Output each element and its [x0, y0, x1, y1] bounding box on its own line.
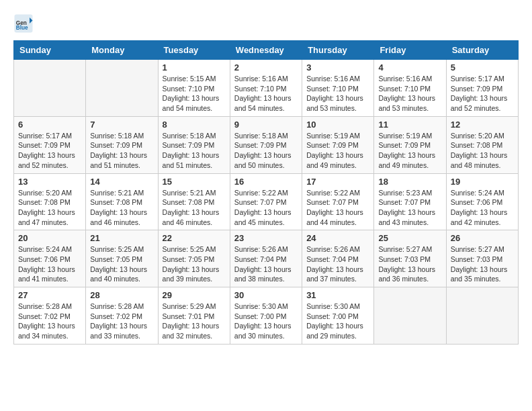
day-info: Sunrise: 5:24 AMSunset: 7:06 PMDaylight:…	[18, 244, 81, 284]
calendar-cell: 2Sunrise: 5:16 AMSunset: 7:10 PMDaylight…	[230, 60, 302, 117]
day-number: 23	[234, 233, 298, 243]
day-number: 9	[234, 120, 298, 130]
calendar-table: Sunday Monday Tuesday Wednesday Thursday…	[13, 40, 519, 345]
calendar-cell: 21Sunrise: 5:25 AMSunset: 7:05 PMDayligh…	[86, 230, 158, 287]
day-info: Sunrise: 5:28 AMSunset: 7:02 PMDaylight:…	[90, 302, 153, 341]
calendar-cell	[374, 287, 446, 345]
calendar-cell: 31Sunrise: 5:30 AMSunset: 7:00 PMDayligh…	[302, 287, 374, 345]
calendar-cell: 13Sunrise: 5:20 AMSunset: 7:08 PMDayligh…	[14, 173, 86, 230]
header-thursday: Thursday	[302, 41, 374, 60]
calendar-cell: 29Sunrise: 5:29 AMSunset: 7:01 PMDayligh…	[158, 287, 230, 345]
calendar-cell: 19Sunrise: 5:24 AMSunset: 7:06 PMDayligh…	[446, 173, 518, 230]
day-info: Sunrise: 5:16 AMSunset: 7:10 PMDaylight:…	[306, 74, 369, 113]
day-info: Sunrise: 5:20 AMSunset: 7:08 PMDaylight:…	[451, 131, 514, 171]
day-number: 29	[163, 290, 226, 300]
day-number: 26	[451, 233, 514, 243]
day-number: 7	[90, 120, 153, 130]
day-number: 10	[306, 120, 369, 130]
day-info: Sunrise: 5:23 AMSunset: 7:07 PMDaylight:…	[378, 188, 441, 228]
day-number: 3	[306, 62, 369, 73]
calendar-cell: 9Sunrise: 5:18 AMSunset: 7:09 PMDaylight…	[230, 116, 302, 173]
calendar-cell: 12Sunrise: 5:20 AMSunset: 7:08 PMDayligh…	[446, 116, 518, 173]
calendar-cell: 7Sunrise: 5:18 AMSunset: 7:09 PMDaylight…	[86, 116, 158, 173]
calendar-cell: 8Sunrise: 5:18 AMSunset: 7:09 PMDaylight…	[158, 116, 230, 173]
day-number: 24	[306, 233, 369, 243]
day-number: 25	[378, 233, 441, 243]
day-info: Sunrise: 5:18 AMSunset: 7:09 PMDaylight:…	[90, 131, 153, 171]
day-info: Sunrise: 5:29 AMSunset: 7:01 PMDaylight:…	[163, 302, 226, 341]
calendar-cell	[14, 60, 86, 117]
day-number: 18	[378, 177, 441, 187]
day-info: Sunrise: 5:28 AMSunset: 7:02 PMDaylight:…	[18, 302, 81, 341]
calendar-cell: 16Sunrise: 5:22 AMSunset: 7:07 PMDayligh…	[230, 173, 302, 230]
day-number: 12	[451, 120, 514, 130]
day-info: Sunrise: 5:30 AMSunset: 7:00 PMDaylight:…	[306, 302, 369, 341]
day-info: Sunrise: 5:27 AMSunset: 7:03 PMDaylight:…	[378, 244, 441, 284]
day-number: 16	[234, 177, 298, 187]
header-sunday: Sunday	[14, 41, 86, 60]
day-number: 5	[451, 62, 514, 73]
day-info: Sunrise: 5:26 AMSunset: 7:04 PMDaylight:…	[234, 244, 298, 284]
calendar-week-2: 13Sunrise: 5:20 AMSunset: 7:08 PMDayligh…	[14, 173, 519, 230]
calendar-cell: 20Sunrise: 5:24 AMSunset: 7:06 PMDayligh…	[14, 230, 86, 287]
calendar-week-3: 20Sunrise: 5:24 AMSunset: 7:06 PMDayligh…	[14, 230, 519, 287]
calendar-cell: 27Sunrise: 5:28 AMSunset: 7:02 PMDayligh…	[14, 287, 86, 345]
day-info: Sunrise: 5:16 AMSunset: 7:10 PMDaylight:…	[234, 74, 298, 113]
calendar-cell: 18Sunrise: 5:23 AMSunset: 7:07 PMDayligh…	[374, 173, 446, 230]
day-number: 14	[90, 177, 153, 187]
day-info: Sunrise: 5:21 AMSunset: 7:08 PMDaylight:…	[163, 188, 226, 228]
day-info: Sunrise: 5:22 AMSunset: 7:07 PMDaylight:…	[306, 188, 369, 228]
calendar-cell: 17Sunrise: 5:22 AMSunset: 7:07 PMDayligh…	[302, 173, 374, 230]
day-number: 19	[451, 177, 514, 187]
day-info: Sunrise: 5:30 AMSunset: 7:00 PMDaylight:…	[234, 302, 298, 341]
day-number: 22	[163, 233, 226, 243]
calendar-cell: 3Sunrise: 5:16 AMSunset: 7:10 PMDaylight…	[302, 60, 374, 117]
calendar-cell: 23Sunrise: 5:26 AMSunset: 7:04 PMDayligh…	[230, 230, 302, 287]
calendar-cell: 22Sunrise: 5:25 AMSunset: 7:05 PMDayligh…	[158, 230, 230, 287]
calendar-cell: 1Sunrise: 5:15 AMSunset: 7:10 PMDaylight…	[158, 60, 230, 117]
calendar-cell: 28Sunrise: 5:28 AMSunset: 7:02 PMDayligh…	[86, 287, 158, 345]
calendar-cell: 6Sunrise: 5:17 AMSunset: 7:09 PMDaylight…	[14, 116, 86, 173]
day-number: 20	[18, 233, 81, 243]
day-number: 31	[306, 290, 369, 300]
calendar-cell	[86, 60, 158, 117]
day-number: 8	[163, 120, 226, 130]
logo: Gen Blue	[13, 13, 35, 34]
calendar-cell: 24Sunrise: 5:26 AMSunset: 7:04 PMDayligh…	[302, 230, 374, 287]
day-info: Sunrise: 5:21 AMSunset: 7:08 PMDaylight:…	[90, 188, 153, 228]
header-wednesday: Wednesday	[230, 41, 302, 60]
calendar-week-4: 27Sunrise: 5:28 AMSunset: 7:02 PMDayligh…	[14, 287, 519, 345]
day-info: Sunrise: 5:19 AMSunset: 7:09 PMDaylight:…	[306, 131, 369, 171]
day-number: 4	[378, 62, 441, 73]
calendar-cell: 11Sunrise: 5:19 AMSunset: 7:09 PMDayligh…	[374, 116, 446, 173]
day-info: Sunrise: 5:24 AMSunset: 7:06 PMDaylight:…	[451, 188, 514, 228]
day-info: Sunrise: 5:20 AMSunset: 7:08 PMDaylight:…	[18, 188, 81, 228]
calendar-week-1: 6Sunrise: 5:17 AMSunset: 7:09 PMDaylight…	[14, 116, 519, 173]
day-number: 21	[90, 233, 153, 243]
day-number: 11	[378, 120, 441, 130]
day-info: Sunrise: 5:18 AMSunset: 7:09 PMDaylight:…	[163, 131, 226, 171]
calendar-cell: 14Sunrise: 5:21 AMSunset: 7:08 PMDayligh…	[86, 173, 158, 230]
day-number: 6	[18, 120, 81, 130]
day-info: Sunrise: 5:19 AMSunset: 7:09 PMDaylight:…	[378, 131, 441, 171]
svg-text:Blue: Blue	[16, 25, 28, 31]
calendar-cell	[446, 287, 518, 345]
calendar-cell: 25Sunrise: 5:27 AMSunset: 7:03 PMDayligh…	[374, 230, 446, 287]
day-info: Sunrise: 5:18 AMSunset: 7:09 PMDaylight:…	[234, 131, 298, 171]
page-header: Gen Blue	[13, 13, 519, 34]
calendar-cell: 26Sunrise: 5:27 AMSunset: 7:03 PMDayligh…	[446, 230, 518, 287]
day-info: Sunrise: 5:16 AMSunset: 7:10 PMDaylight:…	[378, 74, 441, 113]
header-monday: Monday	[86, 41, 158, 60]
calendar-cell: 15Sunrise: 5:21 AMSunset: 7:08 PMDayligh…	[158, 173, 230, 230]
day-info: Sunrise: 5:27 AMSunset: 7:03 PMDaylight:…	[451, 244, 514, 284]
header-tuesday: Tuesday	[158, 41, 230, 60]
calendar-cell: 5Sunrise: 5:17 AMSunset: 7:09 PMDaylight…	[446, 60, 518, 117]
day-number: 17	[306, 177, 369, 187]
day-number: 27	[18, 290, 81, 300]
day-number: 15	[163, 177, 226, 187]
calendar-cell: 30Sunrise: 5:30 AMSunset: 7:00 PMDayligh…	[230, 287, 302, 345]
calendar-header-row: Sunday Monday Tuesday Wednesday Thursday…	[14, 41, 519, 60]
day-info: Sunrise: 5:22 AMSunset: 7:07 PMDaylight:…	[234, 188, 298, 228]
day-info: Sunrise: 5:15 AMSunset: 7:10 PMDaylight:…	[163, 74, 226, 113]
logo-icon: Gen Blue	[13, 13, 34, 34]
